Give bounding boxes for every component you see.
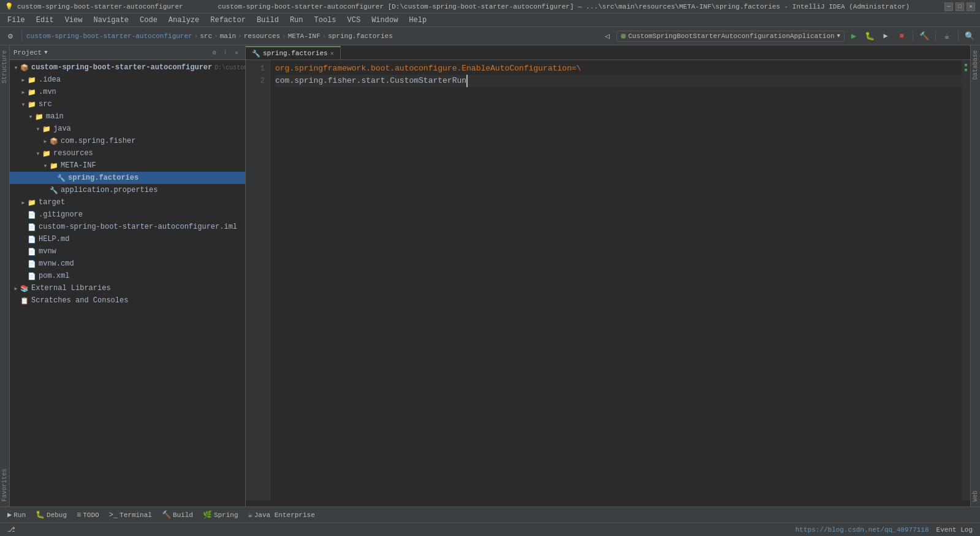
menu-view[interactable]: View (60, 15, 88, 26)
menu-window[interactable]: Window (367, 15, 403, 26)
file-tabs: 🔧 spring.factories ✕ (246, 45, 970, 60)
tree-item-root[interactable]: ▼ 📦 custom-spring-boot-starter-autoconfi… (10, 61, 245, 74)
spring-toolbar-label: Spring (214, 511, 238, 519)
run-with-coverage-button[interactable]: ▶ (879, 29, 892, 43)
breadcrumb-sep-metainf: › (282, 33, 286, 40)
menu-help[interactable]: Help (404, 15, 431, 26)
code-line-1-text: org.springframework.boot.autoconfigure.E… (275, 63, 581, 75)
project-panel: Project ▼ ⚙ ↕ ✕ ▼ 📦 custom-spring-boot-s… (10, 45, 246, 507)
java-enterprise-toolbar-btn[interactable]: ☕ Java Enterprise (245, 509, 319, 521)
tree-item-idea[interactable]: ▶ 📁 .idea (10, 74, 245, 86)
breadcrumb-resources[interactable]: resources (244, 33, 280, 40)
tree-item-mvn[interactable]: ▶ 📁 .mvn (10, 86, 245, 98)
tree-item-external-libs[interactable]: ▶ 📚 External Libraries (10, 282, 245, 294)
tree-item-helpmd[interactable]: ▶ 📄 HELP.md (10, 233, 245, 245)
tree-icon-spring-factories: 🔧 (56, 173, 66, 183)
code-line-1: org.springframework.boot.autoconfigure.E… (275, 63, 962, 75)
tab-close-spring-factories[interactable]: ✕ (330, 50, 334, 57)
toolbar-sep-3 (935, 31, 936, 42)
tree-item-src[interactable]: ▼ 📁 src (10, 98, 245, 110)
panel-gear-button[interactable]: ⚙ (210, 48, 219, 58)
tree-icon-idea: 📁 (27, 75, 37, 85)
search-everywhere-button[interactable]: 🔍 (963, 29, 976, 43)
tree-label-resources: resources (53, 149, 93, 158)
run-button[interactable]: ▶ (847, 29, 860, 43)
project-dropdown-icon[interactable]: ▼ (44, 50, 47, 56)
terminal-toolbar-btn[interactable]: >_ Terminal (105, 510, 156, 521)
tree-icon-mvn: 📁 (27, 87, 37, 97)
stop-button[interactable]: ■ (895, 29, 908, 43)
tree-item-resources[interactable]: ▼ 📁 resources (10, 147, 245, 159)
toolbar-back-btn[interactable]: ◁ (601, 29, 614, 43)
tree-item-main[interactable]: ▼ 📁 main (10, 110, 245, 123)
build-project-button[interactable]: 🔨 (917, 29, 931, 43)
menu-edit[interactable]: Edit (31, 15, 59, 26)
tree-item-app-properties[interactable]: ▶ 🔧 application.properties (10, 184, 245, 196)
tree-item-iml[interactable]: ▶ 📄 custom-spring-boot-starter-autoconfi… (10, 221, 245, 233)
event-log-btn[interactable]: Event Log (934, 526, 975, 534)
tree-item-pomxml[interactable]: ▶ 📄 pom.xml (10, 270, 245, 282)
panel-close-button[interactable]: ✕ (232, 48, 241, 58)
tab-spring-factories[interactable]: 🔧 spring.factories ✕ (246, 46, 341, 59)
right-side-panel: Database Web (970, 45, 980, 507)
structure-panel-label[interactable]: Structure (1, 48, 9, 86)
tree-item-target[interactable]: ▶ 📁 target (10, 196, 245, 209)
panel-header-actions: ⚙ ↕ ✕ (210, 48, 241, 58)
editor-scrollbar[interactable] (246, 500, 970, 507)
breadcrumb-main[interactable]: main (220, 33, 236, 40)
tree-item-package[interactable]: ▶ 📦 com.spring.fisher (10, 135, 245, 147)
build-toolbar-btn[interactable]: 🔨 Build (158, 509, 197, 521)
project-panel-title: Project (13, 49, 42, 56)
vcs-status-btn[interactable]: ⎇ (5, 525, 18, 534)
tree-item-gitignore[interactable]: ▶ 📄 .gitignore (10, 209, 245, 221)
menu-refactor[interactable]: Refactor (205, 15, 251, 26)
menu-file[interactable]: File (2, 15, 30, 26)
editor-content[interactable]: org.springframework.boot.autoconfigure.E… (270, 60, 962, 500)
tree-item-java[interactable]: ▼ 📁 java (10, 123, 245, 135)
line-num-2: 2 (246, 75, 265, 87)
menu-analyze[interactable]: Analyze (164, 15, 204, 26)
tree-item-spring-factories[interactable]: ▶ 🔧 spring.factories (10, 172, 245, 184)
breadcrumb-src[interactable]: src (200, 33, 212, 40)
menu-navigate[interactable]: Navigate (88, 15, 134, 26)
database-panel-label[interactable]: Database (971, 48, 979, 82)
debug-button[interactable]: 🐛 (863, 29, 876, 43)
todo-toolbar-btn[interactable]: ≡ TODO (73, 510, 103, 521)
favorites-panel-label[interactable]: Favorites (1, 466, 9, 504)
tree-item-mvnwcmd[interactable]: ▶ 📄 mvnw.cmd (10, 258, 245, 270)
tree-icon-package: 📦 (49, 136, 59, 146)
tree-label-mvnw: mvnw (39, 247, 56, 256)
tree-label-metainf: META-INF (61, 161, 96, 170)
tree-arrow-main: ▼ (27, 113, 34, 120)
sdk-settings-button[interactable]: ☕ (940, 29, 954, 43)
menu-code[interactable]: Code (135, 15, 162, 26)
run-config-selector[interactable]: CustomSpringBootStarterAutoconfiguration… (617, 31, 845, 42)
menu-run[interactable]: Run (285, 15, 308, 26)
java-enterprise-toolbar-label: Java Enterprise (254, 511, 315, 519)
close-button[interactable]: ✕ (967, 2, 975, 11)
run-toolbar-label: Run (13, 511, 26, 519)
breadcrumb-project[interactable]: custom-spring-boot-starter-autoconfigure… (26, 33, 192, 40)
toolbar-sep-4 (958, 31, 959, 42)
tree-item-mvnw[interactable]: ▶ 📄 mvnw (10, 245, 245, 258)
build-toolbar-label: Build (173, 511, 193, 519)
panel-expand-button[interactable]: ↕ (221, 48, 230, 58)
menu-build[interactable]: Build (252, 15, 284, 26)
menu-vcs[interactable]: VCS (343, 15, 366, 26)
main-toolbar: ⚙ custom-spring-boot-starter-autoconfigu… (0, 27, 980, 45)
debug-toolbar-btn[interactable]: 🐛 Debug (32, 509, 70, 521)
maximize-button[interactable]: □ (955, 2, 964, 11)
toolbar-recent-projects[interactable]: ⚙ (4, 29, 17, 43)
breadcrumb-file[interactable]: spring.factories (328, 33, 393, 40)
tree-item-scratches[interactable]: ▶ 📋 Scratches and Consoles (10, 294, 245, 307)
web-panel-label[interactable]: Web (971, 488, 979, 504)
spring-toolbar-btn[interactable]: 🌿 Spring (199, 509, 242, 521)
run-toolbar-btn[interactable]: ▶ Run (4, 509, 29, 521)
tree-arrow-mvn: ▶ (20, 88, 27, 96)
menu-tools[interactable]: Tools (310, 15, 341, 26)
minimize-button[interactable]: ─ (944, 2, 953, 11)
breadcrumb-metainf[interactable]: META-INF (288, 33, 321, 40)
tree-item-metainf[interactable]: ▼ 📁 META-INF (10, 159, 245, 172)
tree-arrow-external-libs: ▶ (12, 285, 20, 292)
tree-icon-resources: 📁 (42, 148, 51, 158)
